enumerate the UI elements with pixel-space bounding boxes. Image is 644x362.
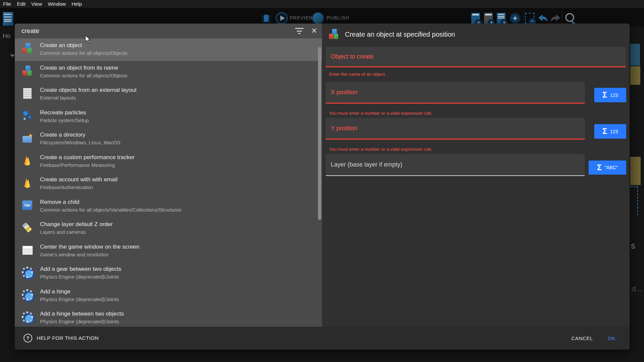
menu-item-window[interactable]: Window (48, 1, 66, 7)
instruction-subtitle: Common actions for all objects/Variables… (40, 206, 182, 213)
add-icon[interactable]: + (510, 13, 521, 24)
instruction-subtitle: External layouts (40, 94, 136, 101)
list-item[interactable]: Create an object Common actions for all … (15, 38, 322, 61)
list-item[interactable]: Change layer default Z order Layers and … (15, 217, 322, 240)
instruction-title: Recreate particles (40, 109, 89, 117)
list-item[interactable]: Create objects from an external layout E… (15, 83, 322, 106)
undo-icon[interactable] (537, 13, 549, 23)
instruction-title: Create an object (40, 41, 127, 49)
publish-globe-icon[interactable] (312, 12, 324, 24)
instruction-title: Create a directory (40, 131, 120, 139)
search-icon[interactable] (565, 13, 574, 22)
list-item[interactable]: Add a hinge Physics Engine (deprecated)/… (15, 285, 322, 307)
question-mark-icon: ? (24, 334, 32, 342)
list-item[interactable]: Create a custom performance tracker Fire… (15, 150, 322, 173)
add-external-layout-icon[interactable] (497, 13, 506, 24)
instruction-detail-panel: Create an object at specified position O… (322, 24, 630, 327)
field-placeholder: Y position (331, 125, 357, 132)
background-panel-fragment (630, 44, 640, 66)
instruction-text: Add a hinge between two objects Physics … (40, 310, 124, 327)
instruction-title: Create an object from its name (40, 64, 127, 72)
y-position-field[interactable]: Y position (326, 118, 585, 140)
add-external-events-icon[interactable] (484, 13, 493, 24)
field-error-text: You must enter a number or a valid expre… (329, 147, 432, 152)
debug-icon[interactable] (262, 13, 271, 23)
folder-icon (21, 132, 33, 144)
menu-item-edit[interactable]: Edit (17, 1, 26, 7)
list-item[interactable]: Remove a child Common actions for all ob… (15, 195, 322, 218)
x-position-field[interactable]: X position (326, 82, 585, 104)
search-bar: create ✕ (15, 24, 322, 38)
instruction-subtitle: Physics Engine (deprecated)/Joints (40, 318, 124, 325)
zorder-icon (21, 221, 33, 233)
help-button[interactable]: ? HELP FOR THIS ACTION (24, 334, 99, 342)
window-icon (21, 244, 33, 256)
toolbar-divider (523, 11, 523, 24)
project-manager-icon[interactable] (3, 12, 13, 26)
list-item[interactable]: Add a hinge between two objects Physics … (15, 307, 322, 327)
objects-cubes-icon (21, 42, 33, 55)
add-scene-icon[interactable] (471, 13, 480, 24)
preview-play-icon[interactable] (276, 12, 288, 24)
instruction-editor-dialog: create ✕ Create an object Common actions… (15, 24, 630, 350)
instruction-title: Change layer default Z order (40, 220, 113, 228)
background-text-fragment: s (631, 241, 635, 251)
object-to-create-field[interactable]: Object to create (326, 47, 626, 67)
list-item[interactable]: Create a directory Filesystem/Windows, L… (15, 128, 322, 150)
dialog-footer: ? HELP FOR THIS ACTION CANCEL OK (15, 327, 630, 350)
objects-cubes-icon (328, 28, 340, 40)
instruction-text: Create an object from its name Common ac… (40, 64, 127, 83)
mouse-cursor (85, 35, 92, 44)
y-expression-button[interactable]: Σ 123 (594, 124, 626, 139)
close-icon[interactable]: ✕ (311, 27, 317, 35)
instruction-subtitle: Firebase/Authentication (40, 184, 118, 191)
instruction-subtitle: Filesystem/Windows, Linux, MacOS (40, 139, 120, 146)
field-placeholder: Object to create (331, 53, 373, 60)
detail-title: Create an object at specified position (345, 31, 455, 38)
layer-field[interactable]: Layer (base layer if empty) (326, 154, 585, 176)
menu-bar: File Edit View Window Help (0, 0, 644, 8)
list-item[interactable]: Create account with with email Firebase/… (15, 173, 322, 195)
instruction-subtitle: Common actions for all objects/Objects (40, 49, 127, 57)
instruction-text: Change layer default Z order Layers and … (40, 220, 113, 240)
instruction-subtitle: Layers and cameras (40, 228, 113, 236)
instruction-title: Create objects from an external layout (40, 86, 136, 94)
detail-header: Create an object at specified position (328, 28, 455, 40)
menu-item-file[interactable]: File (3, 1, 11, 7)
background-tab-fragment: Ho (3, 33, 10, 40)
instruction-subtitle: Physics Engine (deprecated)/Joints (40, 296, 119, 303)
cancel-button[interactable]: CANCEL (571, 335, 593, 341)
list-item[interactable]: Create an object from its name Common ac… (15, 61, 322, 83)
expression-button-label: 123 (610, 93, 618, 98)
instruction-subtitle: Common actions for all objects/Objects (40, 72, 127, 79)
list-item[interactable]: Add a gear between two objects Physics E… (15, 262, 322, 285)
filter-icon[interactable] (295, 28, 304, 34)
list-item[interactable]: Recreate particles Particle system/Setup (15, 106, 322, 128)
layer-expression-button[interactable]: Σ "ABC" (589, 160, 626, 175)
scrollbar-thumb[interactable] (318, 47, 321, 220)
instruction-subtitle: Game's window and resolution (40, 251, 139, 258)
toolbar-divider (562, 11, 562, 24)
search-input[interactable]: create (22, 27, 295, 35)
instruction-text: Create a directory Filesystem/Windows, L… (40, 131, 120, 150)
remove-selection-icon[interactable] (525, 13, 534, 24)
instruction-text: Remove a child Common actions for all ob… (40, 198, 182, 218)
list-item[interactable]: Center the game window on the screen Gam… (15, 240, 322, 262)
expression-button-label: 123 (610, 129, 618, 134)
publish-button[interactable]: PUBLISH (327, 15, 349, 21)
ok-button[interactable]: OK (608, 335, 615, 341)
chevron-down-icon (10, 55, 15, 57)
x-expression-button[interactable]: Σ 123 (594, 88, 626, 102)
particles-icon (21, 110, 33, 122)
redo-icon[interactable] (550, 13, 561, 23)
instruction-title: Create account with with email (40, 176, 118, 184)
instruction-list: Create an object Common actions for all … (15, 38, 322, 327)
field-placeholder: Layer (base layer if empty) (331, 161, 402, 168)
instruction-subtitle: Physics Engine (deprecated)/Joints (40, 273, 121, 280)
menu-item-view[interactable]: View (31, 1, 42, 7)
menu-item-help[interactable]: Help (72, 1, 82, 7)
instruction-subtitle: Firebase/Performance Measuring (40, 161, 135, 169)
objects-cubes-icon (21, 65, 33, 77)
preview-button[interactable]: PREVIEW (290, 15, 314, 21)
instruction-text: Add a gear between two objects Physics E… (40, 265, 121, 285)
